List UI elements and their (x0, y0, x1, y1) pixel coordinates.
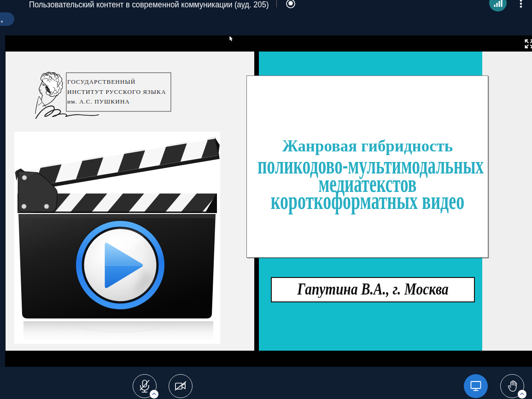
svg-text:ИНСТИТУТ РУССКОГО ЯЗЫКА: ИНСТИТУТ РУССКОГО ЯЗЫКА (67, 88, 166, 95)
svg-text:ГОСУДАРСТВЕННЫЙ: ГОСУДАРСТВЕННЫЙ (67, 78, 135, 85)
svg-text:им. А.С. ПУШКИНА: им. А.С. ПУШКИНА (67, 98, 130, 105)
